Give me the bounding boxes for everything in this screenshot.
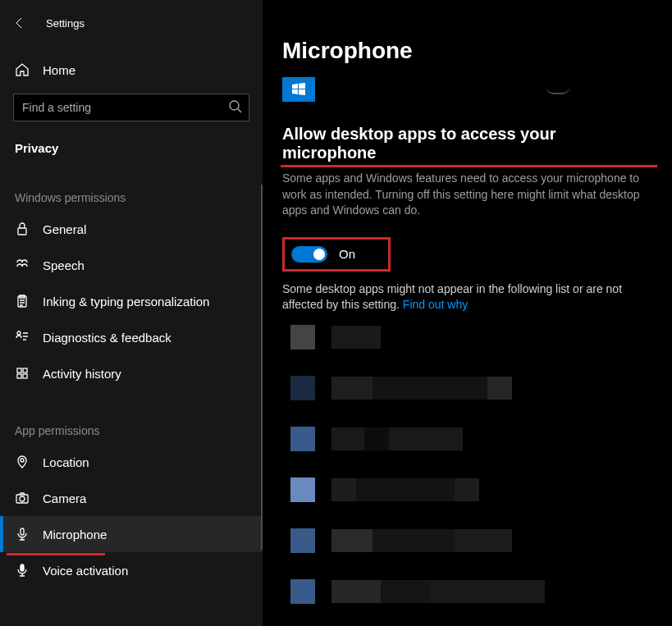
- svg-rect-6: [17, 374, 21, 378]
- app-title: Settings: [46, 17, 85, 30]
- category-label: Privacy: [0, 128, 263, 158]
- list-item: [290, 579, 652, 604]
- sidebar-item-label: Home: [43, 63, 75, 77]
- svg-rect-12: [21, 564, 24, 571]
- blurred-app-icon: [290, 427, 315, 451]
- sidebar-item-diagnostics[interactable]: Diagnostics & feedback: [0, 319, 263, 355]
- list-item: [290, 528, 652, 553]
- sidebar-item-label: Voice activation: [43, 564, 128, 578]
- decorative-line: [546, 85, 570, 94]
- sidebar-item-label: Diagnostics & feedback: [43, 331, 171, 345]
- voice-icon: [15, 563, 30, 578]
- sidebar-item-activity-history[interactable]: Activity history: [0, 355, 263, 391]
- sidebar-item-label: Camera: [43, 491, 86, 505]
- home-icon: [15, 62, 30, 77]
- sidebar-item-location[interactable]: Location: [0, 444, 263, 480]
- toggle-knob: [313, 249, 325, 260]
- blurred-app-icon: [290, 579, 315, 604]
- sidebar-item-label: Speech: [43, 258, 85, 272]
- search-input[interactable]: [13, 94, 249, 121]
- sidebar-item-label: Microphone: [43, 528, 107, 541]
- blurred-app-icon: [290, 528, 315, 553]
- blurred-app-icon: [290, 477, 315, 502]
- toggle-row: On: [282, 237, 652, 272]
- sidebar-item-home[interactable]: Home: [0, 51, 263, 89]
- list-item: [290, 427, 652, 451]
- clipboard-icon: [15, 294, 30, 308]
- section-description: Some apps and Windows features need to a…: [282, 171, 651, 219]
- list-item: [290, 477, 652, 502]
- desktop-apps-list: [282, 325, 652, 626]
- section-title: Allow desktop apps to access your microp…: [282, 125, 652, 164]
- sidebar-item-label: Activity history: [43, 367, 121, 381]
- sidebar-item-label: Location: [43, 455, 89, 469]
- sidebar-item-microphone[interactable]: Microphone: [0, 516, 263, 552]
- section-header-app-permissions: App permissions: [0, 391, 263, 444]
- find-out-why-link[interactable]: Find out why: [403, 298, 468, 311]
- sidebar-item-label: Inking & typing personalization: [43, 295, 209, 308]
- back-button[interactable]: [13, 16, 26, 30]
- annotation-box: On: [282, 237, 391, 272]
- allow-desktop-apps-toggle[interactable]: [291, 246, 327, 263]
- lock-icon: [15, 222, 30, 236]
- feedback-icon: [15, 330, 30, 345]
- page-title: Microphone: [282, 38, 652, 64]
- svg-point-3: [17, 331, 21, 335]
- note-text: Some desktop apps might not appear in th…: [282, 281, 651, 313]
- svg-rect-11: [21, 528, 24, 535]
- location-icon: [15, 455, 30, 469]
- blurred-app-icon: [290, 376, 315, 400]
- sidebar: Settings Home Privacy Windows permission…: [0, 0, 263, 626]
- annotation-underline: [281, 165, 657, 167]
- toggle-state-label: On: [339, 247, 355, 261]
- sidebar-item-voice-activation[interactable]: Voice activation: [0, 552, 263, 588]
- list-item: [290, 376, 652, 400]
- windows-system-icon: [282, 77, 315, 102]
- history-icon: [15, 366, 30, 381]
- blurred-app-icon: [290, 325, 315, 350]
- speech-icon: [15, 258, 30, 272]
- main-content: Microphone Allow desktop apps to access …: [263, 0, 672, 626]
- sidebar-item-camera[interactable]: Camera: [0, 480, 263, 516]
- svg-point-8: [21, 459, 24, 462]
- svg-rect-7: [23, 374, 27, 378]
- sidebar-item-general[interactable]: General: [0, 211, 263, 247]
- svg-rect-1: [18, 228, 26, 235]
- sidebar-item-speech[interactable]: Speech: [0, 247, 263, 283]
- svg-point-10: [20, 496, 25, 501]
- svg-rect-4: [17, 368, 21, 372]
- svg-rect-5: [23, 368, 27, 372]
- sidebar-item-label: General: [43, 222, 86, 236]
- list-item: [290, 325, 652, 350]
- section-header-windows-permissions: Windows permissions: [0, 158, 263, 211]
- sidebar-item-inking[interactable]: Inking & typing personalization: [0, 283, 263, 319]
- camera-icon: [15, 491, 30, 505]
- microphone-icon: [15, 527, 30, 541]
- section-title-text: Allow desktop apps to access your microp…: [282, 125, 555, 162]
